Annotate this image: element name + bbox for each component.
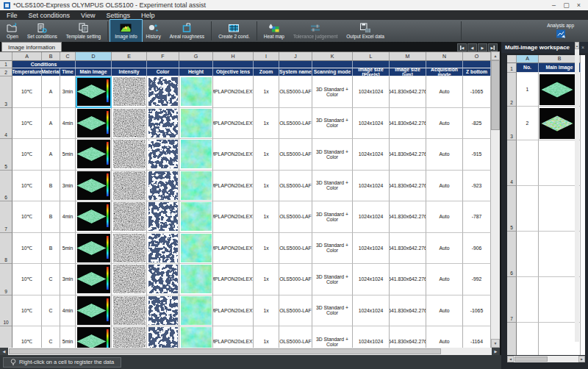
color-thumbnail[interactable]	[147, 233, 179, 265]
column-header-O[interactable]: O	[463, 52, 491, 61]
cell-z-bottom[interactable]: -1164	[463, 326, 491, 348]
vertical-scrollbar[interactable]: ▲ ▼	[491, 51, 500, 348]
cell-image-size-um[interactable]: 641.830x642.276	[390, 264, 426, 295]
menu-help[interactable]: Help	[141, 12, 155, 19]
row-number[interactable]: 1	[507, 63, 517, 73]
cell-scanning-mode[interactable]: 3D Standard + Color	[312, 264, 353, 295]
cell-acquisition-mode[interactable]: Auto	[426, 139, 463, 171]
row-number[interactable]: 7	[0, 201, 12, 233]
color-thumbnail[interactable]	[147, 108, 179, 140]
row-number[interactable]: 11	[0, 326, 12, 348]
scroll-right-icon[interactable]: ▶	[578, 356, 585, 362]
cell-acquisition-mode[interactable]: Auto	[426, 201, 463, 233]
cell-scanning-mode[interactable]: 3D Standard + Color	[312, 201, 353, 233]
image-info-button[interactable]: Image info	[110, 20, 141, 42]
workspace-cell-no[interactable]: 1	[517, 73, 539, 107]
row-number[interactable]: 6	[0, 171, 12, 202]
cell-z-bottom[interactable]: -915	[463, 139, 491, 171]
cell-time[interactable]: 4min	[60, 201, 76, 233]
corner-cell[interactable]	[507, 55, 517, 63]
cell-image-size-pixels[interactable]: 1024x1024	[353, 139, 390, 171]
height-thumbnail[interactable]	[179, 76, 213, 108]
cell-image-size-pixels[interactable]: 1024x1024	[353, 264, 390, 295]
cell-z-bottom[interactable]: -992	[463, 264, 491, 295]
cell-objective-lens[interactable]: MPLAPON20xLEXT	[213, 201, 254, 233]
cell-zoom[interactable]: 1x	[254, 295, 279, 327]
main-image-thumbnail[interactable]	[76, 326, 112, 348]
cell-material[interactable]: B	[42, 201, 60, 233]
cell-image-size-um[interactable]: 641.830x642.276	[390, 201, 426, 233]
cell-time[interactable]: 5min	[60, 139, 76, 171]
cell-material[interactable]: B	[42, 171, 60, 202]
color-thumbnail[interactable]	[147, 264, 179, 295]
cell-objective-lens[interactable]: MPLAPON20xLEXT	[213, 326, 254, 348]
intensity-thumbnail[interactable]	[112, 76, 147, 108]
cell-temperature[interactable]: 10℃	[12, 171, 42, 202]
cell-image-size-um[interactable]: 641.830x642.276	[390, 295, 426, 327]
horizontal-scrollbar[interactable]: ◀ ▶	[0, 348, 500, 355]
row-number[interactable]: 8	[507, 323, 517, 355]
column-header-D[interactable]: D	[76, 52, 112, 61]
column-header-M[interactable]: M	[390, 52, 426, 61]
cell-scanning-mode[interactable]: 3D Standard + Color	[312, 295, 353, 327]
cell-material[interactable]: A	[42, 139, 60, 171]
row-number[interactable]: 6	[507, 232, 517, 277]
cell-temperature[interactable]: 10℃	[12, 326, 42, 348]
row-number[interactable]: 7	[507, 277, 517, 323]
column-header-J[interactable]: J	[279, 52, 312, 61]
cell-scanning-mode[interactable]: 3D Standard + Color	[312, 108, 353, 140]
cell-temperature[interactable]: 10℃	[12, 76, 42, 108]
cell-system-name[interactable]: OLS5000-LAF	[279, 171, 312, 202]
panel-close-icon[interactable]: ×	[581, 45, 584, 50]
row-number[interactable]: 1	[0, 61, 12, 68]
row-number[interactable]: 9	[0, 264, 12, 295]
column-header-F[interactable]: F	[147, 52, 179, 61]
tolerance-judgement-button[interactable]: Tolerance judgement	[289, 20, 342, 42]
main-image-thumbnail[interactable]	[76, 171, 112, 202]
cell-zoom[interactable]: 1x	[254, 139, 279, 171]
create-2-cond-button[interactable]: Create 2 cond.	[214, 20, 254, 42]
column-header-A[interactable]: A	[12, 52, 42, 61]
row-number[interactable]: 3	[0, 76, 12, 108]
cell-image-size-pixels[interactable]: 1024x1024	[353, 201, 390, 233]
workspace-cell-no[interactable]	[517, 323, 539, 355]
cell-scanning-mode[interactable]: 3D Standard + Color	[312, 171, 353, 202]
cell-material[interactable]: A	[42, 76, 60, 108]
main-image-thumbnail[interactable]	[76, 108, 112, 140]
column-header-E[interactable]: E	[112, 52, 147, 61]
height-thumbnail[interactable]	[179, 171, 213, 202]
cell-temperature[interactable]: 10℃	[12, 295, 42, 327]
cell-time[interactable]: 3min	[60, 171, 76, 202]
horizontal-scroll-thumb[interactable]	[9, 348, 441, 354]
row-number[interactable]: 3	[507, 107, 517, 140]
cell-zoom[interactable]: 1x	[254, 201, 279, 233]
history-button[interactable]: History	[142, 20, 165, 42]
workspace-horizontal-scrollbar[interactable]: ◀ ▶	[507, 356, 585, 362]
main-image-thumbnail[interactable]	[76, 76, 112, 108]
cell-scanning-mode[interactable]: 3D Standard + Color	[312, 76, 353, 108]
height-thumbnail[interactable]	[179, 233, 213, 265]
close-button[interactable]: ×	[573, 1, 584, 10]
intensity-thumbnail[interactable]	[112, 326, 147, 348]
maximize-button[interactable]: ▢	[561, 1, 572, 10]
cell-scanning-mode[interactable]: 3D Standard + Color	[312, 233, 353, 265]
cell-image-size-um[interactable]: 641.830x642.276	[390, 233, 426, 265]
column-header-L[interactable]: L	[353, 52, 390, 61]
cell-acquisition-mode[interactable]: Auto	[426, 233, 463, 265]
cell-scanning-mode[interactable]: 3D Standard + Color	[312, 139, 353, 171]
cell-objective-lens[interactable]: MPLAPON20xLEXT	[213, 76, 254, 108]
cell-system-name[interactable]: OLS5000-LAF	[279, 264, 312, 295]
cell-image-size-um[interactable]: 641.830x642.276	[390, 139, 426, 171]
row-number[interactable]: 4	[0, 108, 12, 140]
cell-acquisition-mode[interactable]: Auto	[426, 295, 463, 327]
column-header-C[interactable]: C	[60, 52, 76, 61]
set-conditions-button[interactable]: Set conditions	[23, 20, 62, 42]
cell-z-bottom[interactable]: -787	[463, 201, 491, 233]
height-thumbnail[interactable]	[179, 264, 213, 295]
cell-z-bottom[interactable]: -825	[463, 108, 491, 140]
cell-z-bottom[interactable]: -923	[463, 171, 491, 202]
row-number[interactable]: 8	[0, 233, 12, 265]
cell-temperature[interactable]: 10℃	[12, 139, 42, 171]
intensity-thumbnail[interactable]	[112, 264, 147, 295]
areal-roughness-button[interactable]: Areal roughness	[165, 20, 209, 42]
